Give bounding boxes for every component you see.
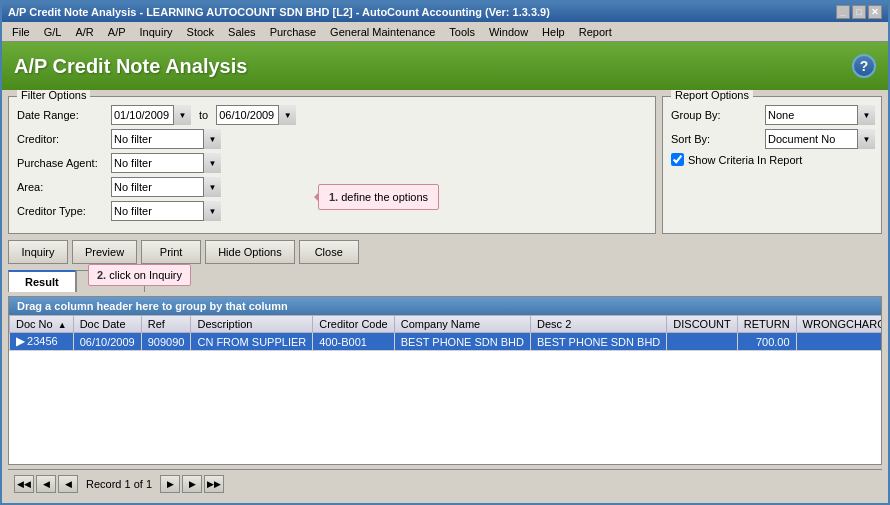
menu-ar[interactable]: A/R — [69, 25, 99, 39]
to-label: to — [199, 109, 208, 121]
main-window: A/P Credit Note Analysis - LEARNING AUTO… — [0, 0, 890, 505]
sort-by-select-wrapper: Document No ▼ — [765, 129, 875, 149]
col-header-docdate[interactable]: Doc Date — [73, 316, 141, 333]
table-row[interactable]: ▶ 23456 06/10/2009 909090 CN FROM SUPPLI… — [10, 333, 882, 351]
callout2-text: click on Inquiry — [109, 269, 182, 281]
menu-file[interactable]: File — [6, 25, 36, 39]
purchase-agent-label: Purchase Agent: — [17, 157, 107, 169]
creditor-row: Creditor: No filter ▼ — [17, 129, 647, 149]
close-window-button[interactable]: ✕ — [868, 5, 882, 19]
tab-result[interactable]: Result — [8, 270, 76, 292]
col-header-ref[interactable]: Ref — [141, 316, 191, 333]
cell-creditorcode: 400-B001 — [313, 333, 394, 351]
cell-discount — [667, 333, 737, 351]
menu-bar: File G/L A/R A/P Inquiry Stock Sales Pur… — [2, 22, 888, 42]
menu-general-maintenance[interactable]: General Maintenance — [324, 25, 441, 39]
drag-header: Drag a column header here to group by th… — [9, 297, 881, 315]
menu-window[interactable]: Window — [483, 25, 534, 39]
cell-companyname: BEST PHONE SDN BHD — [394, 333, 530, 351]
date-range-row: Date Range: ▼ to ▼ — [17, 105, 647, 125]
nav-first-button[interactable]: ◀◀ — [14, 475, 34, 493]
sort-by-select[interactable]: Document No — [765, 129, 875, 149]
cell-ref: 909090 — [141, 333, 191, 351]
sort-by-row: Sort By: Document No ▼ — [671, 129, 873, 149]
cell-description: CN FROM SUPPLIER — [191, 333, 313, 351]
area-select-wrapper: No filter ▼ — [111, 177, 221, 197]
maximize-button[interactable]: □ — [852, 5, 866, 19]
cell-return: 700.00 — [737, 333, 796, 351]
report-options-title: Report Options — [671, 90, 753, 101]
group-by-select[interactable]: None — [765, 105, 875, 125]
nav-prev-button[interactable]: ◀ — [36, 475, 56, 493]
area-label: Area: — [17, 181, 107, 193]
menu-stock[interactable]: Stock — [181, 25, 221, 39]
report-options-group: Report Options Group By: None ▼ S — [662, 96, 882, 234]
callout-1: 1. define the options — [318, 184, 439, 210]
menu-purchase[interactable]: Purchase — [264, 25, 322, 39]
nav-prev-page-button[interactable]: ◀ — [58, 475, 78, 493]
date-range-label: Date Range: — [17, 109, 107, 121]
creditor-type-select[interactable]: No filter — [111, 201, 221, 221]
callout-2: 2. click on Inquiry — [88, 264, 191, 286]
filter-options-title: Filter Options — [17, 90, 90, 101]
cell-indicator: ▶ 23456 — [10, 333, 74, 351]
bottom-nav: ◀◀ ◀ ◀ Record 1 of 1 ▶ ▶ ▶▶ — [8, 469, 882, 497]
menu-ap[interactable]: A/P — [102, 25, 132, 39]
nav-last-button[interactable]: ▶▶ — [204, 475, 224, 493]
menu-gl[interactable]: G/L — [38, 25, 68, 39]
menu-help[interactable]: Help — [536, 25, 571, 39]
title-bar-buttons: _ □ ✕ — [836, 5, 882, 19]
col-header-wrongcharge[interactable]: WRONGCHARGE — [796, 316, 881, 333]
col-header-desc2[interactable]: Desc 2 — [531, 316, 667, 333]
help-button[interactable]: ? — [852, 54, 876, 78]
purchase-agent-select[interactable]: No filter — [111, 153, 221, 173]
group-by-select-wrapper: None ▼ — [765, 105, 875, 125]
nav-next-page-button[interactable]: ▶ — [160, 475, 180, 493]
date-from-input[interactable] — [111, 105, 191, 125]
date-to-input[interactable] — [216, 105, 296, 125]
options-row: Filter Options Date Range: ▼ to ▼ — [8, 96, 882, 234]
menu-tools[interactable]: Tools — [443, 25, 481, 39]
group-by-row: Group By: None ▼ — [671, 105, 873, 125]
minimize-button[interactable]: _ — [836, 5, 850, 19]
sort-by-label: Sort By: — [671, 133, 761, 145]
title-bar-text: A/P Credit Note Analysis - LEARNING AUTO… — [8, 6, 550, 18]
col-header-creditorcode[interactable]: Creditor Code — [313, 316, 394, 333]
menu-report[interactable]: Report — [573, 25, 618, 39]
col-header-return[interactable]: RETURN — [737, 316, 796, 333]
cell-desc2: BEST PHONE SDN BHD — [531, 333, 667, 351]
callout2-step: 2. — [97, 269, 106, 281]
col-header-description[interactable]: Description — [191, 316, 313, 333]
cell-docdate: 06/10/2009 — [73, 333, 141, 351]
page-title: A/P Credit Note Analysis — [14, 55, 247, 78]
purchase-agent-row: Purchase Agent: No filter ▼ — [17, 153, 647, 173]
col-header-companyname[interactable]: Company Name — [394, 316, 530, 333]
print-button[interactable]: Print — [141, 240, 201, 264]
area-select[interactable]: No filter — [111, 177, 221, 197]
col-header-docno[interactable]: Doc No ▲ — [10, 316, 74, 333]
preview-button[interactable]: Preview — [72, 240, 137, 264]
inquiry-button[interactable]: Inquiry — [8, 240, 68, 264]
buttons-row: Inquiry Preview Print Hide Options Close — [8, 238, 882, 266]
creditor-label: Creditor: — [17, 133, 107, 145]
date-to-wrapper: ▼ — [216, 105, 296, 125]
page-header: A/P Credit Note Analysis ? — [2, 42, 888, 90]
creditor-select[interactable]: No filter — [111, 129, 221, 149]
sort-arrow-docno: ▲ — [58, 320, 67, 330]
nav-next-button[interactable]: ▶ — [182, 475, 202, 493]
show-criteria-checkbox[interactable] — [671, 153, 684, 166]
menu-sales[interactable]: Sales — [222, 25, 262, 39]
buttons-section: Inquiry Preview Print Hide Options Close… — [8, 238, 882, 266]
creditor-type-label: Creditor Type: — [17, 205, 107, 217]
callout-step: 1. — [329, 191, 338, 203]
filter-options-group: Filter Options Date Range: ▼ to ▼ — [8, 96, 656, 234]
purchase-agent-select-wrapper: No filter ▼ — [111, 153, 221, 173]
close-button[interactable]: Close — [299, 240, 359, 264]
hide-options-button[interactable]: Hide Options — [205, 240, 295, 264]
col-header-discount[interactable]: DISCOUNT — [667, 316, 737, 333]
menu-inquiry[interactable]: Inquiry — [134, 25, 179, 39]
title-bar: A/P Credit Note Analysis - LEARNING AUTO… — [2, 2, 888, 22]
record-text: Record 1 of 1 — [86, 478, 152, 490]
creditor-select-wrapper: No filter ▼ — [111, 129, 221, 149]
results-section: Drag a column header here to group by th… — [8, 296, 882, 465]
